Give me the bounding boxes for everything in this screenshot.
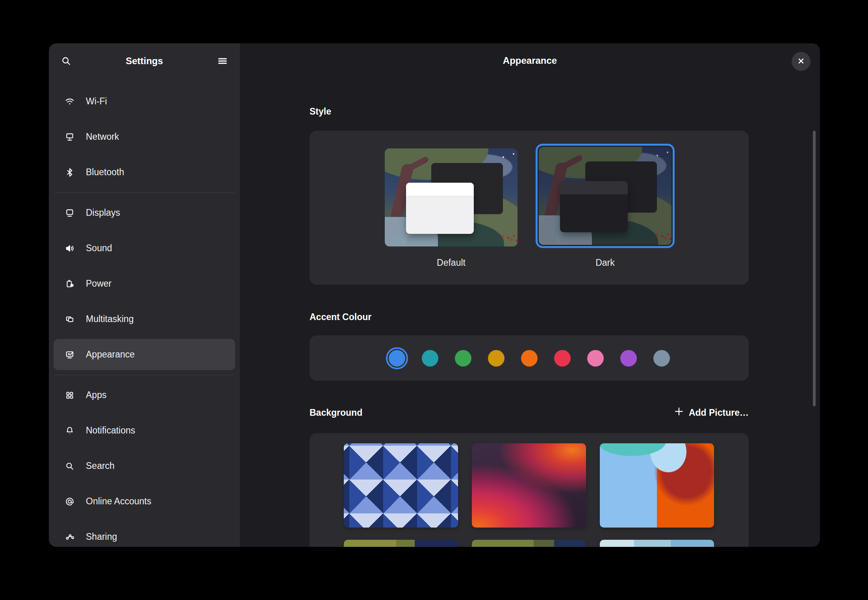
accent-colour-card	[310, 335, 749, 381]
plus-icon	[674, 406, 684, 419]
accent-colour-purple[interactable]	[620, 350, 637, 367]
close-button[interactable]	[792, 52, 811, 71]
speaker-icon	[65, 243, 75, 254]
sidebar-item-network[interactable]: Network	[54, 121, 235, 152]
accent-colour-heading: Accent Colour	[310, 312, 371, 322]
sidebar-item-wifi[interactable]: Wi-Fi	[54, 86, 235, 117]
wallpaper-marsh-night[interactable]	[472, 540, 586, 547]
sidebar-separator	[54, 193, 234, 193]
sidebar-item-label: Sharing	[86, 531, 117, 542]
bell-icon	[65, 426, 75, 436]
wallpaper-meadow-night[interactable]	[344, 540, 458, 547]
share-icon	[65, 532, 75, 542]
sidebar-item-label: Apps	[86, 390, 106, 400]
accent-colour-green[interactable]	[455, 350, 471, 367]
add-picture-label: Add Picture…	[689, 407, 749, 418]
style-option-dark-label: Dark	[536, 257, 675, 268]
battery-icon	[65, 279, 75, 289]
sidebar-nav: Wi-FiNetworkBluetoothDisplaysSoundPowerM…	[49, 79, 240, 547]
sidebar-item-label: Notifications	[86, 425, 135, 436]
wallpaper-lava-waves[interactable]	[472, 443, 586, 528]
sidebar-item-displays[interactable]: Displays	[54, 197, 235, 228]
wallpaper-grid	[310, 433, 749, 547]
appearance-panel: Appearance Style Default	[240, 43, 820, 547]
apps-grid-icon	[65, 390, 75, 400]
sidebar-item-search[interactable]: Search	[54, 450, 235, 481]
style-option-default[interactable]	[385, 148, 517, 246]
sidebar-item-sharing[interactable]: Sharing	[54, 521, 235, 547]
sidebar-item-online-accounts[interactable]: Online Accounts	[54, 486, 235, 517]
sidebar-item-label: Online Accounts	[86, 496, 151, 507]
sidebar-item-label: Displays	[86, 207, 120, 218]
sidebar-item-label: Search	[86, 461, 115, 471]
primary-menu-button[interactable]	[214, 53, 231, 70]
accent-colour-pink[interactable]	[587, 350, 604, 367]
sidebar-separator	[54, 375, 234, 375]
sidebar-item-apps[interactable]: Apps	[54, 380, 235, 411]
style-card: Default Dark	[310, 131, 749, 285]
bluetooth-icon	[65, 167, 75, 178]
background-card	[310, 433, 749, 547]
sidebar-item-notifications[interactable]: Notifications	[54, 415, 235, 446]
style-option-dark-selected[interactable]	[536, 144, 675, 248]
sidebar-item-label: Appearance	[86, 349, 135, 360]
sidebar-item-label: Power	[86, 278, 111, 289]
sidebar-item-appearance[interactable]: Appearance	[54, 339, 235, 370]
wallpaper-blue-cubes[interactable]	[344, 443, 458, 528]
accent-colour-slate[interactable]	[653, 350, 670, 367]
hamburger-icon	[217, 56, 228, 68]
default-style-preview	[385, 148, 517, 246]
background-heading: Background	[310, 407, 362, 418]
sidebar-item-multitasking[interactable]: Multitasking	[54, 304, 235, 335]
sidebar-item-label: Sound	[86, 243, 112, 254]
at-icon	[65, 496, 75, 507]
accent-colour-teal[interactable]	[422, 350, 438, 367]
settings-window: Settings Wi-FiNetworkBluetoothDisplaysSo…	[49, 43, 820, 547]
multitasking-icon	[65, 314, 75, 324]
sidebar-item-label: Multitasking	[86, 314, 134, 324]
sidebar: Settings Wi-FiNetworkBluetoothDisplaysSo…	[49, 43, 240, 547]
style-option-default-label: Default	[385, 257, 517, 268]
accent-colour-blue-selected[interactable]	[386, 347, 408, 369]
add-picture-button[interactable]: Add Picture…	[674, 406, 749, 419]
accent-colour-orange[interactable]	[521, 350, 538, 367]
sidebar-item-bluetooth[interactable]: Bluetooth	[54, 157, 235, 188]
displays-icon	[65, 208, 75, 218]
accent-colour-red[interactable]	[554, 350, 571, 367]
close-icon	[797, 57, 805, 66]
page-title: Appearance	[240, 55, 820, 66]
dark-style-preview	[539, 147, 671, 245]
wifi-icon	[65, 96, 75, 107]
network-icon	[65, 132, 75, 142]
style-heading: Style	[310, 106, 331, 117]
vertical-scrollbar[interactable]	[813, 131, 816, 406]
accent-colour-yellow[interactable]	[488, 350, 504, 367]
sidebar-title: Settings	[49, 43, 240, 79]
wallpaper-pale-clouds[interactable]	[600, 540, 714, 547]
magnifier-icon	[65, 461, 75, 471]
sidebar-header: Settings	[49, 43, 240, 79]
appearance-icon	[65, 350, 75, 360]
sidebar-item-label: Network	[86, 131, 119, 142]
accent-dot	[389, 350, 405, 367]
sidebar-item-label: Wi-Fi	[86, 96, 107, 107]
wallpaper-drip-split[interactable]	[600, 443, 714, 528]
sidebar-item-power[interactable]: Power	[54, 268, 235, 299]
background-heading-row: Background Add Picture…	[310, 406, 749, 419]
sidebar-item-label: Bluetooth	[86, 167, 124, 178]
sidebar-item-sound[interactable]: Sound	[54, 233, 235, 264]
